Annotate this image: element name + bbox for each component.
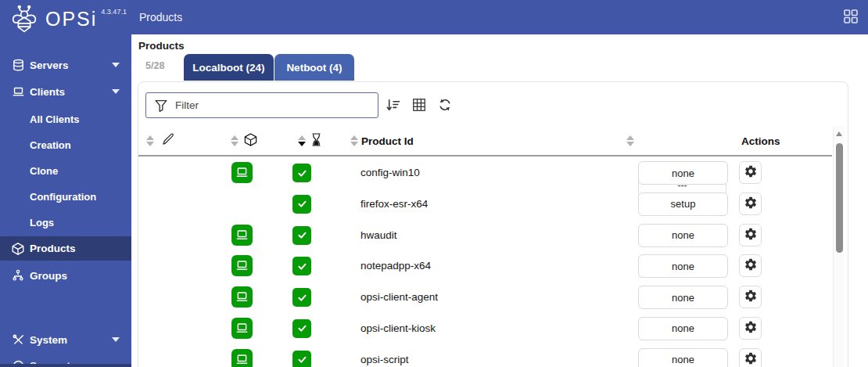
column-installation-status [298,127,322,155]
installed-checkbox[interactable] [292,226,311,245]
sidebar-item-label: Groups [30,270,67,282]
column-label: Product Id [361,135,414,147]
sidebar-item-label: All Clients [30,113,80,125]
localboot-laptop-icon [231,225,253,246]
scroll-up-arrow-icon[interactable] [836,131,842,136]
localboot-laptop-icon [231,286,253,308]
sidebar-item-clients[interactable]: Clients [0,80,131,103]
sort-control[interactable] [298,135,306,146]
refresh-icon[interactable] [436,97,454,114]
package-icon [243,132,258,150]
localboot-laptop-icon [231,318,253,339]
product-settings-button[interactable] [739,348,762,367]
page-title: Products [138,40,185,52]
product-id[interactable]: opsi-client-kiosk [360,313,436,344]
funnel-icon [153,98,169,113]
sidebar-item-label: System [30,334,67,346]
table-row: hwaudit none [138,220,832,251]
tools-icon [11,333,25,347]
product-id[interactable]: opsi-client-agent [360,282,438,313]
sort-control[interactable] [146,135,154,146]
action-request-select[interactable]: none [638,161,728,185]
bee-icon [8,5,41,41]
product-settings-button[interactable] [739,317,762,340]
sidebar-item-label: Creation [30,139,71,151]
sidebar-item-all-clients[interactable]: All Clients [0,107,131,131]
column-actions: Actions [741,127,780,155]
sort-descending-icon[interactable] [384,97,401,114]
pencil-icon [160,132,175,150]
action-request-select[interactable]: none [638,348,728,367]
installed-checkbox[interactable] [292,351,311,367]
column-label: Actions [741,135,780,147]
table-row: firefox-esr-x64 setup [138,189,832,220]
header-divider [138,155,832,157]
topbar-title: Products [139,11,182,23]
sidebar-item-label: Configuration [30,191,96,203]
action-request-select[interactable]: none [638,286,728,309]
sort-control[interactable] [626,135,634,146]
sidebar-item-logs[interactable]: Logs [0,210,131,234]
hourglass-icon [310,132,322,150]
tab-localboot[interactable]: Localboot (24) [184,54,274,81]
sidebar-item-clone[interactable]: Clone [0,159,131,182]
filter-input[interactable] [175,99,378,111]
product-id[interactable]: config-win10 [360,157,420,189]
product-settings-button[interactable] [739,192,762,215]
action-request-select[interactable]: none [638,224,728,247]
product-id[interactable]: hwaudit [360,220,397,251]
scrollbar-thumb[interactable] [836,143,843,253]
vertical-scrollbar[interactable] [833,127,844,367]
column-product-type [231,127,258,155]
table-row: opsi-client-agent none [138,282,832,313]
gear-icon [744,227,758,243]
sidebar-item-servers[interactable]: Servers [0,53,131,77]
gear-icon [744,164,758,181]
action-request-select[interactable]: none [638,317,728,340]
gear-icon [744,289,758,305]
installed-checkbox[interactable] [292,319,311,338]
installed-checkbox[interactable] [292,288,311,307]
selection-counter: 5/28 [145,60,164,71]
table-body: config-win10 none firefox-esr-x64 setup [138,157,832,367]
gear-icon [744,351,758,367]
main-content: Products 5/28 Localboot (24) Netboot (4) [131,34,868,367]
sidebar-item-configuration[interactable]: Configuration [0,185,131,208]
sidebar-item-system[interactable]: System [0,328,131,351]
installed-checkbox[interactable] [292,195,311,214]
action-request-select[interactable]: setup [638,192,728,216]
installed-checkbox[interactable] [292,164,311,182]
product-id[interactable]: notepadpp-x64 [360,250,431,282]
tab-netboot[interactable]: Netboot (4) [274,54,354,81]
product-settings-button[interactable] [739,224,762,246]
product-settings-button[interactable] [739,161,762,184]
action-request-select[interactable]: none [638,254,728,278]
topbar: Products [131,0,868,34]
database-icon [11,58,25,72]
sidebar: OPSi 4.3.47.1 Servers Clients [0,0,131,367]
sidebar-item-label: Logs [30,217,54,228]
app-logo: OPSi 4.3.47.1 [8,5,127,41]
sort-control[interactable] [231,135,239,146]
localboot-laptop-icon [231,349,253,367]
logo-text: OPSi [45,8,97,31]
product-id[interactable]: opsi-script [360,344,409,367]
sidebar-item-products[interactable]: Products [0,236,131,261]
gear-icon [744,257,758,274]
localboot-laptop-icon [231,162,253,183]
apps-grid-icon[interactable] [842,9,859,26]
product-id[interactable]: firefox-esr-x64 [360,189,428,220]
column-edit [146,127,175,155]
package-icon [11,242,25,256]
installed-checkbox[interactable] [292,257,311,275]
product-settings-button[interactable] [739,286,762,308]
sidebar-item-groups[interactable]: Groups [0,264,131,287]
table-row: opsi-script none [138,344,832,367]
chevron-down-icon [112,89,120,94]
chevron-down-icon [112,337,120,342]
sort-control[interactable] [350,135,358,146]
table-grid-icon[interactable] [411,97,428,114]
sidebar-item-creation[interactable]: Creation [0,133,131,157]
product-settings-button[interactable] [739,254,762,277]
sidebar-item-label: Clone [30,165,58,177]
